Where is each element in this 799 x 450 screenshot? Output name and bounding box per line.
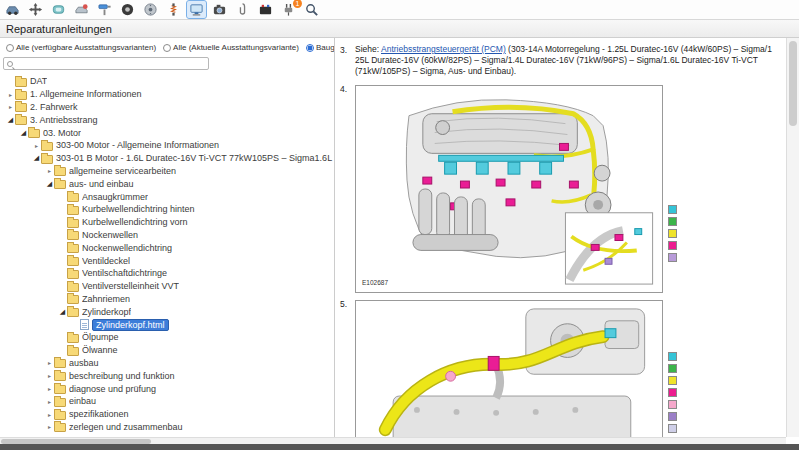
step-figure-wrap <box>355 298 782 437</box>
scrollbar-thumb[interactable] <box>789 41 797 126</box>
tree-item-label: Kurbelwellendichtring hinten <box>82 204 195 214</box>
tree-item[interactable]: ▸2. Fahrwerk <box>0 101 334 114</box>
tree-item-label: Nockenwellen <box>82 230 138 240</box>
legend-color-chip <box>668 205 677 214</box>
paint-roller-icon[interactable] <box>95 1 114 18</box>
tree-item[interactable]: ▸spezifikationen <box>0 408 334 421</box>
tree-item-label: 03. Motor <box>43 128 81 138</box>
expand-arrow-icon[interactable]: ▸ <box>45 411 54 418</box>
tree-item[interactable]: ◢03. Motor <box>0 126 334 139</box>
tree-item[interactable]: ▸1. Allgemeine Informationen <box>0 88 334 101</box>
expand-arrow-icon[interactable]: ▸ <box>45 359 54 366</box>
expand-arrow-icon[interactable]: ▸ <box>45 385 54 392</box>
tree-item-label: Ölwanne <box>82 345 118 355</box>
paperclip-icon[interactable] <box>233 1 252 18</box>
tree-item[interactable]: Zylinderkopf.html <box>0 318 334 331</box>
filter-radio-option-2[interactable]: Baugruppe <box>306 43 334 52</box>
expand-arrow-icon[interactable]: ▸ <box>6 103 15 110</box>
car-body-icon[interactable] <box>49 1 68 18</box>
tree-item[interactable]: ◢3. Antriebsstrang <box>0 113 334 126</box>
collapse-arrow-icon[interactable]: ◢ <box>45 180 54 188</box>
tree-item[interactable]: Ölwanne <box>0 344 334 357</box>
expand-arrow-icon[interactable]: ▸ <box>45 398 54 405</box>
figure-legend <box>668 205 677 262</box>
brake-disc-icon[interactable] <box>141 1 160 18</box>
expand-arrow-icon[interactable]: ▸ <box>45 423 54 430</box>
collapse-arrow-icon[interactable]: ◢ <box>19 129 28 137</box>
search-input[interactable] <box>15 59 195 69</box>
radio-icon[interactable] <box>163 44 171 52</box>
tree-item[interactable]: Kurbelwellendichtring hinten <box>0 203 334 216</box>
horizontal-scrollbar[interactable] <box>0 437 786 444</box>
tree-item[interactable]: ◢Zylinderkopf <box>0 305 334 318</box>
collapse-arrow-icon[interactable]: ◢ <box>32 154 41 162</box>
suspension-icon[interactable] <box>164 1 183 18</box>
expand-arrow-icon[interactable]: ▸ <box>6 91 15 98</box>
tree-item[interactable]: ▸303-00 Motor - Allgemeine Informationen <box>0 139 334 152</box>
folder-icon <box>54 398 66 407</box>
step-4: 4. <box>340 83 782 293</box>
search-icon[interactable] <box>302 1 321 18</box>
monitor-icon[interactable] <box>187 1 206 18</box>
tree-item-label: Ventilschaftdichtringe <box>82 268 167 278</box>
figure-engine-overview: E102687 <box>355 85 663 293</box>
folder-icon <box>41 155 53 164</box>
tree-item[interactable]: Kurbelwellendichtring vorn <box>0 216 334 229</box>
search-icon <box>7 61 13 67</box>
step-text: Siehe: Antriebsstrangsteuergerät (PCM) (… <box>355 44 782 78</box>
engine-illustration <box>356 86 662 292</box>
tree-item[interactable]: ▸diagnose und prüfung <box>0 382 334 395</box>
content-scrollbar[interactable] <box>786 38 799 437</box>
tree-item[interactable]: ◢303-01 B Motor - 1.6L Duratec-16V Ti-VC… <box>0 152 334 165</box>
tree-item[interactable]: ▸zerlegen und zusammenbau <box>0 421 334 434</box>
tree-item[interactable]: ▸einbau <box>0 395 334 408</box>
tree-item[interactable]: ◢aus- und einbau <box>0 177 334 190</box>
car-service-icon[interactable] <box>72 1 91 18</box>
battery-icon[interactable] <box>256 1 275 18</box>
tree-item-label: Ölpumpe <box>82 332 119 342</box>
tree-item[interactable]: Ansaugkrümmer <box>0 190 334 203</box>
collapse-arrow-icon[interactable]: ◢ <box>58 308 67 316</box>
tree-item[interactable]: Ventildeckel <box>0 254 334 267</box>
tree-item[interactable]: Zahnriemen <box>0 293 334 306</box>
expand-arrow-icon[interactable]: ▸ <box>32 142 41 149</box>
tree-item-label: aus- und einbau <box>69 179 134 189</box>
filter-radio-option-0[interactable]: Alle (verfügbare Ausstattungsvarianten) <box>6 43 156 52</box>
tree-item[interactable]: Ventilschaftdichtringe <box>0 267 334 280</box>
folder-icon <box>54 180 66 189</box>
tree-item-label: DAT <box>30 76 47 86</box>
document-pane: 3. Siehe: Antriebsstrangsteuergerät (PCM… <box>335 38 786 437</box>
radio-icon[interactable] <box>306 44 314 52</box>
car-icon[interactable] <box>3 1 22 18</box>
tree-item[interactable]: ▸beschreibung und funktion <box>0 369 334 382</box>
tire-icon[interactable] <box>118 1 137 18</box>
legend-color-chip <box>668 253 677 262</box>
tree-item-label: spezifikationen <box>69 409 129 419</box>
tree-item[interactable]: ▸ausbau <box>0 357 334 370</box>
camera-icon[interactable] <box>210 1 229 18</box>
step-5: 5. <box>340 298 782 437</box>
folder-icon <box>54 385 66 394</box>
move-arrows-icon[interactable] <box>26 1 45 18</box>
collapse-arrow-icon[interactable]: ◢ <box>6 116 15 124</box>
hose-illustration <box>356 301 662 437</box>
folder-icon <box>15 78 27 87</box>
legend-color-chip <box>668 352 677 361</box>
pcm-document-link[interactable]: Antriebsstrangsteuergerät (PCM) <box>381 44 506 54</box>
tree-item[interactable]: Nockenwellendichtring <box>0 241 334 254</box>
tree-item[interactable]: Ventilverstelleinheit VVT <box>0 280 334 293</box>
radio-icon[interactable] <box>6 44 14 52</box>
expand-arrow-icon[interactable]: ▸ <box>45 167 54 174</box>
folder-icon <box>67 334 79 343</box>
tree-item-label: Ventilverstelleinheit VVT <box>82 281 179 291</box>
plug-icon[interactable]: 1 <box>279 1 298 18</box>
tree-item[interactable]: DAT <box>0 75 334 88</box>
tree-item[interactable]: Nockenwellen <box>0 229 334 242</box>
left-panel: Alle (verfügbare Ausstattungsvarianten)A… <box>0 38 335 437</box>
expand-arrow-icon[interactable]: ▸ <box>45 372 54 379</box>
tree-item[interactable]: ▸allgemeine servicearbeiten <box>0 165 334 178</box>
filter-radio-option-1[interactable]: Alle (Aktuelle Ausstattungsvariante) <box>163 43 299 52</box>
step-figure-wrap: E102687 <box>355 83 782 293</box>
tree-search-box[interactable] <box>3 57 209 70</box>
tree-item[interactable]: Ölpumpe <box>0 331 334 344</box>
